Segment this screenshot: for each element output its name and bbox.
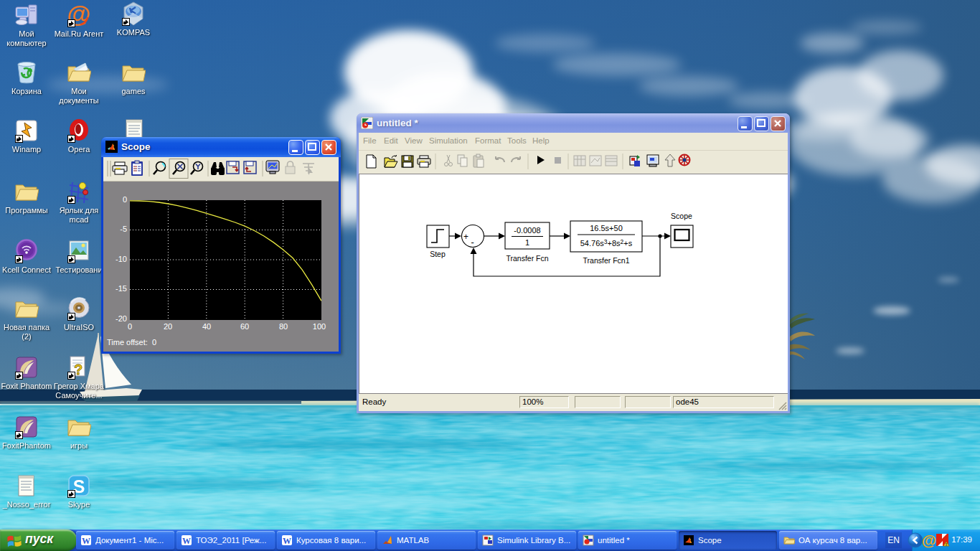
svg-text:Step: Step [430,250,446,258]
svg-text:!: ! [946,542,947,547]
svg-text:W: W [283,536,291,546]
svg-text:Scope: Scope [671,212,692,220]
svg-text:-: - [470,238,475,248]
svg-text:16.5s+50: 16.5s+50 [590,224,623,232]
svg-text:@: @ [922,532,936,548]
svg-text:+: + [463,232,468,242]
svg-text:W: W [182,536,191,546]
svg-text:1: 1 [525,238,529,247]
svg-text:Transfer Fcn: Transfer Fcn [506,254,548,263]
svg-text:W: W [82,536,90,546]
svg-text:-0.0008: -0.0008 [514,226,540,235]
svg-text:Transfer Fcn1: Transfer Fcn1 [583,256,630,265]
